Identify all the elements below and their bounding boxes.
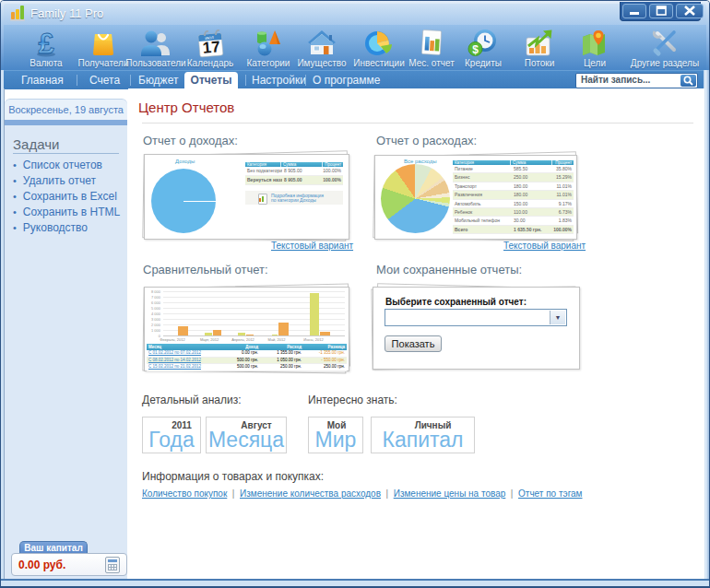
svg-text:17: 17 [202,38,221,57]
svg-text:£: £ [38,29,53,57]
svg-text:$: $ [472,43,479,56]
